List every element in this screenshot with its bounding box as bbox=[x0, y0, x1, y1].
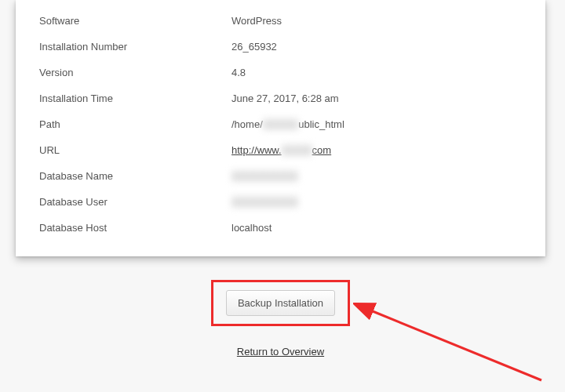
return-to-overview-link[interactable]: Return to Overview bbox=[237, 346, 324, 358]
url-prefix: http://www. bbox=[231, 144, 282, 156]
path-suffix: ublic_html bbox=[298, 118, 344, 130]
detail-row-url: URL http://www.xxxxxxcom bbox=[39, 137, 522, 163]
value-version: 4.8 bbox=[231, 67, 246, 78]
label-database-host: Database Host bbox=[39, 222, 231, 234]
detail-row-installation-number: Installation Number 26_65932 bbox=[39, 34, 522, 60]
backup-installation-button[interactable]: Backup Installation bbox=[226, 290, 335, 316]
detail-row-database-user: Database User xxxxxxxxxxxxx bbox=[39, 189, 522, 215]
value-installation-time: June 27, 2017, 6:28 am bbox=[231, 93, 339, 104]
database-name-hidden: xxxxxxxxxxxxx bbox=[231, 170, 298, 182]
value-database-user: xxxxxxxxxxxxx bbox=[231, 196, 298, 208]
label-url: URL bbox=[39, 144, 231, 156]
highlight-box: Backup Installation bbox=[211, 280, 350, 326]
value-database-name: xxxxxxxxxxxxx bbox=[231, 170, 298, 182]
label-database-name: Database Name bbox=[39, 170, 231, 182]
label-database-user: Database User bbox=[39, 196, 231, 208]
label-installation-number: Installation Number bbox=[39, 41, 231, 53]
value-installation-number: 26_65932 bbox=[231, 41, 277, 53]
url-hidden: xxxxxx bbox=[282, 144, 312, 156]
url-link[interactable]: http://www.xxxxxxcom bbox=[231, 144, 331, 156]
detail-row-software: Software WordPress bbox=[39, 8, 522, 34]
path-prefix: /home/ bbox=[231, 118, 263, 130]
value-database-host: localhost bbox=[231, 222, 272, 234]
value-path: /home/xxxxxxxublic_html bbox=[231, 118, 344, 130]
detail-row-installation-time: Installation Time June 27, 2017, 6:28 am bbox=[39, 85, 522, 111]
value-url: http://www.xxxxxxcom bbox=[231, 144, 331, 156]
detail-row-database-host: Database Host localhost bbox=[39, 215, 522, 241]
installation-details-panel: Software WordPress Installation Number 2… bbox=[16, 0, 545, 256]
button-area: Backup Installation bbox=[16, 280, 545, 326]
detail-row-path: Path /home/xxxxxxxublic_html bbox=[39, 111, 522, 137]
label-version: Version bbox=[39, 67, 231, 78]
label-installation-time: Installation Time bbox=[39, 93, 231, 104]
return-area: Return to Overview bbox=[16, 346, 545, 358]
label-software: Software bbox=[39, 15, 231, 27]
detail-row-version: Version 4.8 bbox=[39, 60, 522, 85]
url-suffix: com bbox=[312, 144, 332, 156]
value-software: WordPress bbox=[231, 15, 282, 27]
detail-row-database-name: Database Name xxxxxxxxxxxxx bbox=[39, 163, 522, 189]
database-user-hidden: xxxxxxxxxxxxx bbox=[231, 196, 298, 208]
path-hidden: xxxxxxx bbox=[263, 118, 299, 130]
label-path: Path bbox=[39, 118, 231, 130]
